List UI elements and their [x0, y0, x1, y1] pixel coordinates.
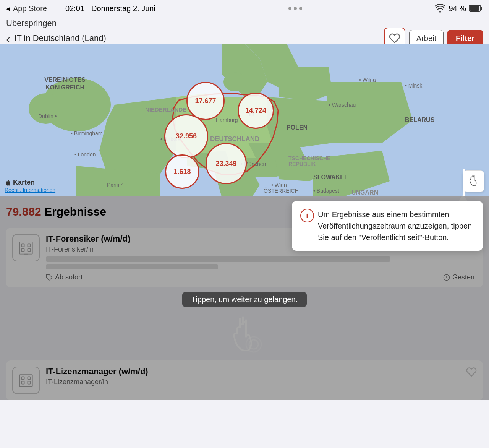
- status-time: 02:01: [65, 4, 84, 13]
- svg-text:TSCHECHISCHE: TSCHECHISCHE: [288, 155, 330, 161]
- tooltip-text: Um Ergebnisse aus einem bestimmten Veröf…: [318, 209, 474, 243]
- svg-text:KÖNIGREICH: KÖNIGREICH: [45, 84, 84, 91]
- svg-text:• London: • London: [74, 151, 96, 157]
- svg-rect-48: [28, 381, 30, 384]
- svg-text:BELARUS: BELARUS: [405, 117, 435, 123]
- svg-text:• Warschau: • Warschau: [329, 102, 356, 108]
- svg-text:Paris °: Paris °: [107, 182, 123, 188]
- svg-rect-45: [22, 377, 24, 379]
- tooltip-arrow-container: [460, 169, 468, 201]
- job-subtitle-2: IT-Lizenzmanager/in: [46, 378, 477, 386]
- svg-point-5: [29, 93, 63, 124]
- job-list: IT-Forensiker (w/m/d) IT-Forensiker/in A…: [0, 228, 489, 400]
- heart-icon: [389, 32, 400, 44]
- hand-gesture-large: [225, 311, 264, 357]
- dot-3: [299, 7, 302, 10]
- dot-2: [294, 7, 297, 10]
- cluster-hamburg[interactable]: 17.677: [186, 82, 225, 120]
- svg-rect-36: [22, 249, 24, 252]
- legal-link[interactable]: Rechtl. Informationen: [5, 187, 55, 193]
- svg-text:ÖSTERREICH: ÖSTERREICH: [264, 187, 299, 194]
- arrow-head: [458, 195, 468, 201]
- back-arrow-status: ◂: [6, 4, 10, 13]
- svg-text:Dublin •: Dublin •: [38, 113, 57, 119]
- available-label-1: Ab sofort: [55, 273, 83, 281]
- status-date: Donnerstag 2. Juni: [91, 4, 155, 13]
- tap-hint-container: Tippen, um weiter zu gelangen.: [0, 292, 489, 307]
- svg-text:• Wien: • Wien: [271, 182, 287, 188]
- svg-text:NIEDERLANDE: NIEDERLANDE: [145, 106, 186, 113]
- gesture-large-container: [0, 307, 489, 360]
- cluster-berlin[interactable]: 14.724: [238, 93, 274, 129]
- job-title-2: IT-Lizenzmanager (w/m/d): [46, 367, 477, 377]
- svg-rect-46: [28, 377, 30, 379]
- job-info-2: IT-Lizenzmanager (w/m/d) IT-Lizenzmanage…: [46, 367, 477, 389]
- svg-text:Hamburg: Hamburg: [216, 117, 238, 123]
- available-from-1: Ab sofort: [46, 273, 83, 281]
- cluster-nrw[interactable]: 32.956: [164, 114, 208, 158]
- status-bar: ◂ App Store 02:01 Donnerstag 2. Juni 94 …: [0, 0, 489, 17]
- tag-icon-1: [46, 274, 53, 281]
- arrow-line: [463, 169, 465, 196]
- results-count: 79.882 Ergebnisse: [6, 205, 106, 218]
- svg-text:SLOWAKEI: SLOWAKEI: [313, 174, 346, 180]
- count-label: Ergebnisse: [44, 205, 106, 218]
- svg-point-6: [223, 72, 246, 91]
- heart-icon-job-2: [466, 367, 477, 377]
- favorite-job-2[interactable]: [466, 367, 477, 379]
- job-blurred-2: [46, 264, 218, 269]
- skip-label[interactable]: Überspringen: [6, 18, 57, 28]
- status-right: 94 %: [435, 4, 483, 13]
- apple-icon: [5, 179, 11, 186]
- karten-label: Karten: [13, 179, 35, 187]
- cluster-south[interactable]: 23.349: [206, 143, 247, 184]
- dot-1: [288, 7, 291, 10]
- job-icon-2: [12, 367, 40, 394]
- page-title: IT in Deutschland (Land): [14, 33, 380, 43]
- battery-label: 94 %: [449, 4, 466, 13]
- svg-rect-2: [470, 6, 479, 11]
- status-left: ◂ App Store 02:01 Donnerstag 2. Juni: [6, 4, 155, 13]
- apple-maps-label: Karten: [5, 179, 55, 187]
- svg-text:VEREINIGTES: VEREINIGTES: [44, 76, 86, 83]
- job-card-2[interactable]: IT-Lizenzmanager (w/m/d) IT-Lizenzmanage…: [6, 360, 483, 400]
- map-section: VEREINIGTES KÖNIGREICH Dublin • • Birmin…: [0, 44, 489, 196]
- svg-rect-1: [481, 7, 482, 10]
- clock-icon-1: [443, 274, 450, 281]
- svg-point-43: [246, 337, 261, 352]
- svg-rect-34: [22, 244, 24, 247]
- nav-bar-container: Überspringen ‹ IT in Deutschland (Land) …: [0, 17, 489, 44]
- svg-rect-37: [28, 249, 30, 252]
- job-icon-1: [12, 234, 40, 261]
- count-number: 79.882: [6, 205, 41, 218]
- date-label-1: Gestern: [452, 273, 477, 281]
- svg-text:POLEN: POLEN: [287, 124, 308, 131]
- app-store-label: App Store: [13, 4, 47, 13]
- status-dots: [288, 7, 302, 10]
- date-posted-1: Gestern: [443, 273, 477, 281]
- svg-text:DEUTSCHLAND: DEUTSCHLAND: [210, 135, 259, 143]
- tap-hint[interactable]: Tippen, um weiter zu gelangen.: [182, 292, 307, 307]
- tooltip-content: i Um Ergebnisse aus einem bestimmten Ver…: [300, 209, 474, 243]
- results-section: 79.882 Ergebnisse Alle i Um Ergebnisse a…: [0, 196, 489, 400]
- map-attribution: Karten Rechtl. Informationen: [5, 179, 55, 193]
- back-button[interactable]: ‹: [6, 32, 10, 45]
- info-icon: i: [300, 209, 314, 222]
- svg-rect-47: [22, 381, 24, 384]
- svg-text:UNGARN: UNGARN: [351, 189, 378, 196]
- battery-icon: [469, 5, 483, 12]
- building-icon-1: [18, 239, 34, 256]
- tooltip-box: i Um Ergebnisse aus einem bestimmten Ver…: [292, 201, 483, 251]
- svg-text:• Minsk: • Minsk: [405, 83, 423, 89]
- svg-text:• Wilna: • Wilna: [359, 77, 376, 83]
- hand-gesture-icon: [467, 174, 481, 188]
- job-footer-1: Ab sofort Gestern: [46, 273, 477, 281]
- building-icon-2: [18, 372, 34, 389]
- job-blurred-1: [46, 256, 390, 262]
- wifi-icon: [435, 4, 445, 13]
- svg-text:• Budapest: • Budapest: [313, 188, 339, 194]
- svg-text:REPUBLIK: REPUBLIK: [288, 161, 316, 167]
- svg-rect-35: [28, 244, 30, 247]
- cluster-southwest[interactable]: 1.618: [165, 154, 199, 189]
- svg-text:• Birmingham: • Birmingham: [71, 130, 102, 136]
